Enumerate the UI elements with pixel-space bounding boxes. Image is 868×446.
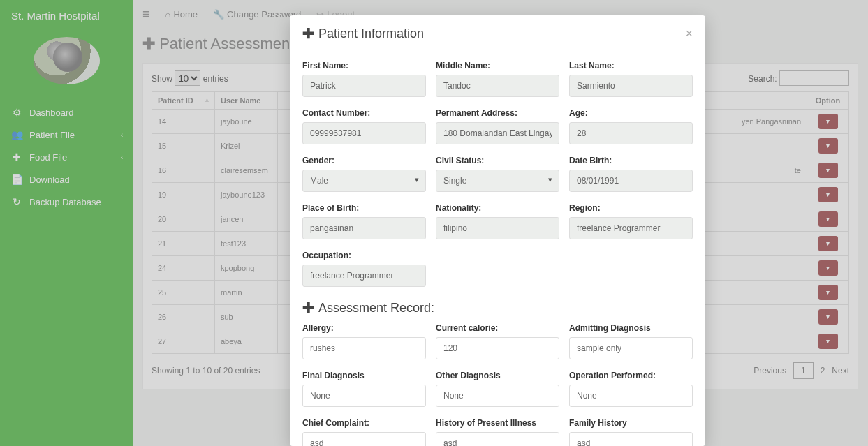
field-label: Operation Performed: xyxy=(569,371,693,380)
field-input[interactable] xyxy=(436,432,559,446)
field-input[interactable] xyxy=(302,122,426,144)
field-label: First Name: xyxy=(302,61,426,70)
field-label: Date Birth: xyxy=(569,156,693,165)
field-label: Gender: xyxy=(302,156,426,165)
field-input[interactable] xyxy=(569,432,693,446)
field-input[interactable] xyxy=(436,217,559,239)
field-input[interactable] xyxy=(569,170,693,192)
plus-icon: ✚ xyxy=(302,299,314,316)
field-label: Region: xyxy=(569,203,693,213)
field-input[interactable] xyxy=(302,385,426,407)
field-label: Last Name: xyxy=(569,61,693,70)
field-input[interactable] xyxy=(569,217,693,239)
field-input[interactable] xyxy=(436,122,559,144)
field-input[interactable] xyxy=(569,75,693,97)
field-label: Allergy: xyxy=(302,323,426,333)
field-input[interactable] xyxy=(302,75,426,97)
field-input[interactable] xyxy=(302,170,426,192)
plus-icon: ✚ xyxy=(302,25,314,42)
field-input[interactable] xyxy=(436,170,559,192)
field-input[interactable] xyxy=(436,337,559,359)
field-label: History of Present Illness xyxy=(436,418,559,428)
patient-info-modal: ✚ Patient Information × First Name:Middl… xyxy=(290,15,705,446)
field-label: Family History xyxy=(569,418,693,428)
field-input[interactable] xyxy=(302,217,426,239)
field-input[interactable] xyxy=(569,122,693,144)
modal-title: Patient Information xyxy=(318,27,424,41)
field-label: Civil Status: xyxy=(436,156,559,165)
field-label: Admitting Diagnosis xyxy=(569,323,693,333)
field-input[interactable] xyxy=(569,337,693,359)
field-input[interactable] xyxy=(436,75,559,97)
assessment-section-title: ✚Assessment Record: xyxy=(302,299,693,316)
close-icon[interactable]: × xyxy=(685,27,693,41)
field-label: Contact Number: xyxy=(302,108,426,118)
field-label: Place of Birth: xyxy=(302,203,426,213)
field-input[interactable] xyxy=(302,432,426,446)
field-label: Age: xyxy=(569,108,693,118)
field-label: Final Diagnosis xyxy=(302,371,426,380)
field-label: Permanent Address: xyxy=(436,108,559,118)
field-label: Nationality: xyxy=(436,203,559,213)
field-input[interactable] xyxy=(302,337,426,359)
occupation-field[interactable] xyxy=(302,265,426,287)
field-label: Current calorie: xyxy=(436,323,559,333)
occupation-label: Occupation: xyxy=(302,251,426,260)
field-label: Middle Name: xyxy=(436,61,559,70)
field-input[interactable] xyxy=(436,385,559,407)
field-label: Other Diagnosis xyxy=(436,371,559,380)
field-label: Chief Complaint: xyxy=(302,418,426,428)
field-input[interactable] xyxy=(569,385,693,407)
